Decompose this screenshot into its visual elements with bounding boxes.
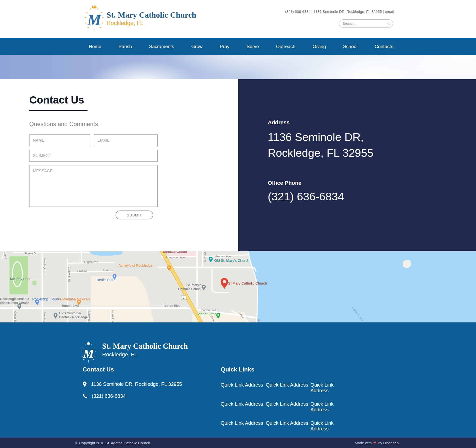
main-nav: Home Parish Sacraments Grow Pray Serve O… <box>0 38 476 55</box>
nav-item-giving[interactable]: Giving <box>313 44 326 49</box>
quick-link[interactable]: Quick Link Address <box>310 382 353 394</box>
search-box[interactable] <box>339 19 393 28</box>
made-with-text: Made with ❤ By Diocesan <box>355 441 399 445</box>
quick-link[interactable]: Quick Link Address <box>266 420 310 432</box>
address-value: 1136 Seminole DR, Rockledge, FL 32955 <box>268 129 476 161</box>
nav-item-home[interactable]: Home <box>89 44 101 49</box>
svg-text:St. Mary's: St. Mary's <box>186 283 201 287</box>
contact-form: SUBMIT <box>29 134 158 219</box>
svg-text:Vermont Ave: Vermont Ave <box>215 255 231 258</box>
nav-item-grow[interactable]: Grow <box>191 44 203 49</box>
footer-quick-links-column: Quick Links Quick Link Address Quick Lin… <box>221 366 353 432</box>
main-content: Contact Us Questions and Comments SUBMIT… <box>0 79 476 251</box>
nav-item-serve[interactable]: Serve <box>246 44 259 49</box>
map-route-shield: 1 <box>181 295 186 300</box>
quick-links-grid: Quick Link Address Quick Link Address Qu… <box>221 382 353 432</box>
office-phone-label: Office Phone <box>268 180 476 186</box>
search-icon[interactable] <box>387 22 390 26</box>
footer-contact-heading: Contact Us <box>83 366 182 373</box>
svg-text:Baldwin St: Baldwin St <box>88 311 91 322</box>
brand[interactable]: St. Mary Catholic Church Rockledge, FL <box>107 10 196 26</box>
nav-item-pray[interactable]: Pray <box>220 44 229 49</box>
svg-text:Longwood Ave: Longwood Ave <box>166 256 185 259</box>
copyright-text: © Copyright 2018 St. Agatha Catholic Chu… <box>75 441 150 445</box>
site-title: St. Mary Catholic Church <box>107 10 196 20</box>
svg-text:†: † <box>93 28 95 32</box>
nav-item-school[interactable]: School <box>343 44 357 49</box>
svg-text:McLarty Park: McLarty Park <box>10 277 30 281</box>
name-field[interactable] <box>29 134 90 146</box>
svg-text:La Marimba Mexican: La Marimba Mexican <box>58 297 90 301</box>
svg-text:Ashley's of Rockledge: Ashley's of Rockledge <box>119 264 153 267</box>
svg-text:Catholic School: Catholic School <box>178 287 201 291</box>
svg-text:Ro: Ro <box>257 319 261 322</box>
svg-text:Huntington: Huntington <box>43 312 46 322</box>
footer-address-row: 1136 Seminole DR, Rockledge, FL 32955 <box>83 381 182 387</box>
svg-text:Murrell Rd: Murrell Rd <box>111 310 115 322</box>
quick-link[interactable]: Quick Link Address <box>266 401 310 413</box>
header-contact-line: (321) 636-6834 | 1136 Seminole DR, Rockl… <box>285 9 394 14</box>
footer-logo-icon: ★★★ ★★ ★★★ ★★ M † <box>81 339 96 367</box>
form-subtitle: Questions and Comments <box>29 121 158 128</box>
svg-text:†: † <box>88 360 89 363</box>
nav-item-outreach[interactable]: Outreach <box>276 44 295 49</box>
office-phone-value: (321) 636-6834 <box>268 189 476 205</box>
footer-phone-row: (321) 636-6834 <box>83 393 182 399</box>
quick-link[interactable]: Quick Link Address <box>310 420 353 432</box>
search-input[interactable] <box>343 22 387 26</box>
footer-site-location: Rockledge, FL <box>102 351 188 358</box>
footer-phone: (321) 636-6834 <box>92 393 126 399</box>
map-canvas[interactable]: 1 Estrid Forest Dr Huntington Ln Hunting… <box>0 251 476 322</box>
svg-text:★: ★ <box>94 355 96 357</box>
svg-text:St Mary Catholic Church: St Mary Catholic Church <box>228 281 267 285</box>
svg-text:★: ★ <box>90 344 92 346</box>
message-field[interactable] <box>29 165 158 207</box>
svg-text:★: ★ <box>85 344 86 346</box>
page-title: Contact Us <box>29 94 158 106</box>
bottom-bar: © Copyright 2018 St. Agatha Catholic Chu… <box>0 438 476 448</box>
quick-link[interactable]: Quick Link Address <box>221 382 266 394</box>
nav-item-contacts[interactable]: Contacts <box>375 44 393 49</box>
by-diocesan-link[interactable]: By Diocesan <box>378 441 399 445</box>
subject-field[interactable] <box>29 150 158 162</box>
quick-link[interactable]: Quick Link Address <box>221 401 266 413</box>
address-label: Address <box>268 119 476 126</box>
email-field[interactable] <box>94 134 158 146</box>
email-link[interactable]: email <box>385 9 394 14</box>
google-map[interactable]: 1 Estrid Forest Dr Huntington Ln Hunting… <box>0 251 476 322</box>
map-water <box>247 251 476 322</box>
svg-text:Rockledge Health &: Rockledge Health & <box>0 297 30 301</box>
svg-text:Barton Blvd: Barton Blvd <box>62 304 79 308</box>
quick-links-heading: Quick Links <box>221 366 353 373</box>
svg-text:M: M <box>87 11 102 28</box>
svg-text:★: ★ <box>97 8 99 10</box>
nav-item-sacraments[interactable]: Sacraments <box>149 44 174 49</box>
svg-text:Barton Blvd E: Barton Blvd E <box>201 309 219 312</box>
svg-text:M: M <box>83 347 94 360</box>
svg-text:Center - Rockledge: Center - Rockledge <box>59 315 88 319</box>
svg-text:Rockledge Liquors: Rockledge Liquors <box>32 297 61 301</box>
nav-item-parish[interactable]: Parish <box>119 44 132 49</box>
location-pin-icon <box>83 381 87 387</box>
phone-icon <box>83 394 88 399</box>
quick-link[interactable]: Quick Link Address <box>221 420 266 432</box>
svg-text:West St: West St <box>203 252 206 262</box>
quick-link[interactable]: Quick Link Address <box>266 382 310 394</box>
svg-text:Huntington Ln: Huntington Ln <box>43 258 46 276</box>
svg-text:Cedar St: Cedar St <box>14 311 17 322</box>
svg-text:★: ★ <box>81 355 83 357</box>
header-contact-text: (321) 636-6834 | 1136 Seminole DR, Rockl… <box>285 9 384 14</box>
svg-text:Barton Blvd: Barton Blvd <box>164 304 180 308</box>
submit-button[interactable]: SUBMIT <box>116 211 153 219</box>
site-location: Rockledge, FL <box>107 20 196 26</box>
footer-contact-column: Contact Us 1136 Seminole DR, Rockledge, … <box>83 366 182 399</box>
svg-text:Faull Ln: Faull Ln <box>103 269 113 272</box>
header: ★★★ ★★ ★★★ ★★ M † St. Mary Catholic Chur… <box>0 0 476 38</box>
quick-link[interactable]: Quick Link Address <box>310 401 353 413</box>
svg-text:★: ★ <box>81 351 83 353</box>
svg-text:Bealls Store: Bealls Store <box>97 278 116 282</box>
footer-address: 1136 Seminole DR, Rockledge, FL 32955 <box>91 381 182 387</box>
svg-text:Planet Fitness: Planet Fitness <box>197 312 220 316</box>
nav-list: Home Parish Sacraments Grow Pray Serve O… <box>60 38 416 55</box>
svg-text:Forest Dr: Forest Dr <box>25 252 37 255</box>
